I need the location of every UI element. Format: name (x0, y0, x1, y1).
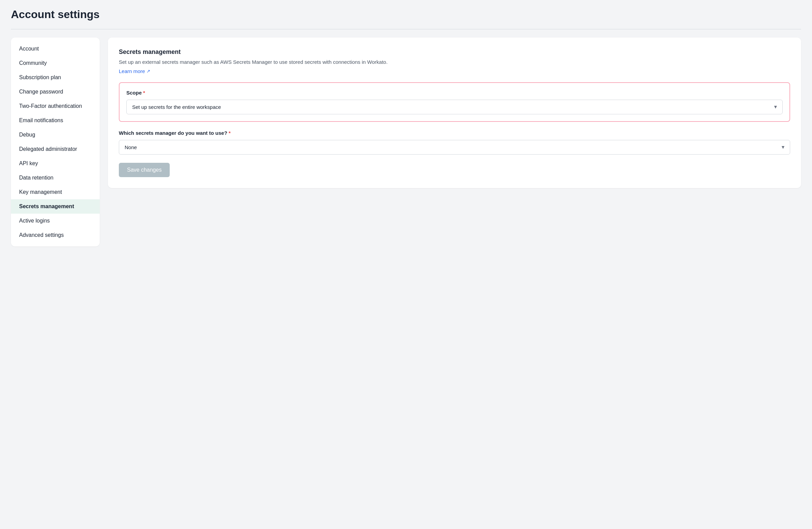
scope-select[interactable]: Set up secrets for the entire workspaceS… (126, 100, 783, 114)
sidebar-item-api-key[interactable]: API key (11, 156, 100, 171)
main-layout: AccountCommunitySubscription planChange … (11, 38, 801, 246)
manager-field-group: Which secrets manager do you want to use… (119, 130, 790, 155)
sidebar-item-key-management[interactable]: Key management (11, 185, 100, 199)
scope-label: Scope * (126, 90, 783, 96)
sidebar-item-two-factor-authentication[interactable]: Two-Factor authentication (11, 99, 100, 113)
external-link-icon: ↗ (146, 69, 150, 74)
content-card: Secrets management Set up an external se… (108, 38, 801, 188)
section-title: Secrets management (119, 48, 790, 56)
sidebar-item-email-notifications[interactable]: Email notifications (11, 113, 100, 128)
scope-required-indicator: * (143, 90, 145, 96)
sidebar-item-secrets-management[interactable]: Secrets management (11, 199, 100, 214)
sidebar-item-change-password[interactable]: Change password (11, 85, 100, 99)
learn-more-label: Learn more (119, 68, 145, 74)
sidebar-item-community[interactable]: Community (11, 56, 100, 70)
save-button[interactable]: Save changes (119, 163, 170, 177)
sidebar-item-account[interactable]: Account (11, 42, 100, 56)
page-divider (11, 29, 801, 29)
sidebar-item-subscription-plan[interactable]: Subscription plan (11, 70, 100, 85)
sidebar-item-active-logins[interactable]: Active logins (11, 214, 100, 228)
scope-container: Scope * Set up secrets for the entire wo… (119, 82, 790, 122)
scope-select-wrapper: Set up secrets for the entire workspaceS… (126, 100, 783, 114)
main-content: Secrets management Set up an external se… (108, 38, 801, 188)
sidebar-item-delegated-administrator[interactable]: Delegated administrator (11, 142, 100, 156)
learn-more-link[interactable]: Learn more ↗ (119, 68, 150, 74)
page-title: Account settings (11, 8, 801, 21)
sidebar-item-advanced-settings[interactable]: Advanced settings (11, 228, 100, 242)
manager-select[interactable]: NoneAWS Secrets ManagerAzure Key VaultHa… (119, 140, 790, 155)
sidebar-item-debug[interactable]: Debug (11, 128, 100, 142)
manager-select-wrapper: NoneAWS Secrets ManagerAzure Key VaultHa… (119, 140, 790, 155)
section-description: Set up an external secrets manager such … (119, 58, 790, 66)
sidebar-item-data-retention[interactable]: Data retention (11, 171, 100, 185)
manager-label: Which secrets manager do you want to use… (119, 130, 790, 136)
manager-required-indicator: * (229, 130, 231, 136)
sidebar: AccountCommunitySubscription planChange … (11, 38, 100, 246)
